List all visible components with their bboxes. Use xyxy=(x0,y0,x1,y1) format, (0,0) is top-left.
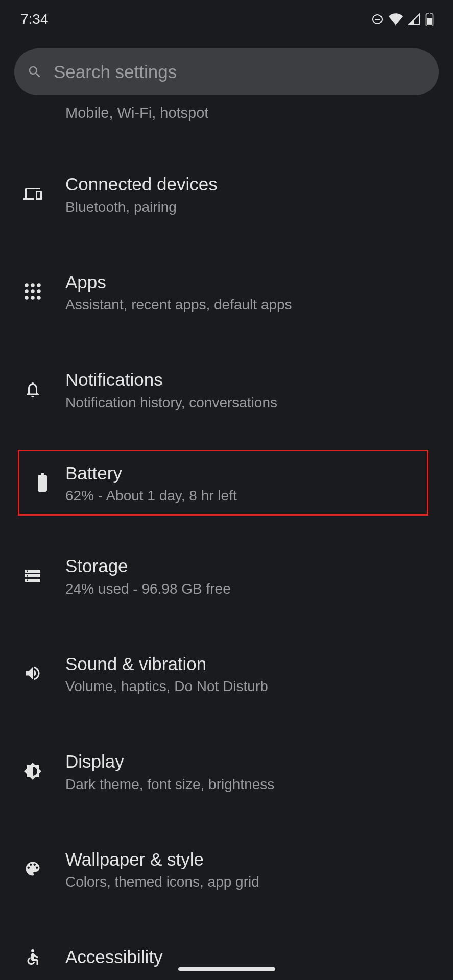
icon-wrap xyxy=(0,948,65,966)
accessibility-icon xyxy=(23,948,42,966)
svg-point-10 xyxy=(31,949,34,952)
settings-list: Connected devices Bluetooth, pairing App… xyxy=(0,156,453,980)
status-time: 7:34 xyxy=(20,11,49,28)
item-text: Accessibility xyxy=(65,945,163,969)
battery-icon xyxy=(33,473,52,492)
item-title: Connected devices xyxy=(65,173,218,196)
item-text: Sound & vibration Volume, haptics, Do No… xyxy=(65,652,268,695)
item-title: Accessibility xyxy=(65,945,163,969)
item-title: Storage xyxy=(65,554,231,578)
item-text: Connected devices Bluetooth, pairing xyxy=(65,173,218,215)
partial-item-subtitle: Mobile, Wi-Fi, hotspot xyxy=(65,105,453,121)
svg-point-7 xyxy=(25,296,29,300)
settings-item-accessibility[interactable]: Accessibility xyxy=(0,929,453,980)
item-title: Wallpaper & style xyxy=(65,848,259,871)
svg-point-1 xyxy=(25,284,29,288)
status-icons xyxy=(371,13,434,26)
svg-point-2 xyxy=(31,284,35,288)
storage-icon xyxy=(23,567,42,585)
settings-item-connected-devices[interactable]: Connected devices Bluetooth, pairing xyxy=(0,156,453,232)
svg-point-5 xyxy=(31,290,35,294)
svg-rect-0 xyxy=(427,18,432,24)
settings-item-notifications[interactable]: Notifications Notification history, conv… xyxy=(0,352,453,427)
icon-wrap xyxy=(0,380,65,399)
search-placeholder: Search settings xyxy=(54,62,177,82)
battery-status-icon xyxy=(425,13,434,26)
status-bar: 7:34 xyxy=(0,0,453,38)
item-subtitle: Volume, haptics, Do Not Disturb xyxy=(65,678,268,695)
search-bar[interactable]: Search settings xyxy=(14,48,439,95)
item-subtitle: 62% - About 1 day, 8 hr left xyxy=(65,487,237,504)
item-text: Apps Assistant, recent apps, default app… xyxy=(65,271,292,313)
brightness-icon xyxy=(23,762,42,780)
item-subtitle: 24% used - 96.98 GB free xyxy=(65,581,231,597)
item-subtitle: Notification history, conversations xyxy=(65,395,277,411)
svg-point-6 xyxy=(37,290,41,294)
icon-wrap xyxy=(0,185,65,203)
item-title: Display xyxy=(65,750,274,773)
item-title: Apps xyxy=(65,271,292,294)
item-title: Battery xyxy=(65,461,237,485)
item-text: Display Dark theme, font size, brightnes… xyxy=(65,750,274,793)
search-icon xyxy=(27,64,42,80)
item-subtitle: Assistant, recent apps, default apps xyxy=(65,297,292,313)
item-title: Notifications xyxy=(65,368,277,391)
svg-point-8 xyxy=(31,296,35,300)
apps-icon xyxy=(23,282,42,301)
icon-wrap xyxy=(0,762,65,780)
item-text: Storage 24% used - 96.98 GB free xyxy=(65,554,231,597)
icon-wrap xyxy=(0,664,65,682)
settings-item-storage[interactable]: Storage 24% used - 96.98 GB free xyxy=(0,538,453,614)
icon-wrap xyxy=(0,567,65,585)
item-subtitle: Colors, themed icons, app grid xyxy=(65,874,259,890)
signal-icon xyxy=(408,13,420,26)
bell-icon xyxy=(23,380,42,399)
icon-wrap xyxy=(19,473,65,492)
item-subtitle: Bluetooth, pairing xyxy=(65,199,218,215)
nav-indicator[interactable] xyxy=(178,967,275,971)
item-text: Wallpaper & style Colors, themed icons, … xyxy=(65,848,259,891)
settings-item-apps[interactable]: Apps Assistant, recent apps, default app… xyxy=(0,254,453,330)
settings-item-display[interactable]: Display Dark theme, font size, brightnes… xyxy=(0,733,453,809)
devices-icon xyxy=(23,185,42,203)
item-text: Notifications Notification history, conv… xyxy=(65,368,277,411)
palette-icon xyxy=(23,860,42,878)
settings-item-sound[interactable]: Sound & vibration Volume, haptics, Do No… xyxy=(0,636,453,712)
item-text: Battery 62% - About 1 day, 8 hr left xyxy=(65,461,237,504)
dnd-icon xyxy=(371,13,384,26)
sound-icon xyxy=(23,664,42,682)
settings-item-battery[interactable]: Battery 62% - About 1 day, 8 hr left xyxy=(18,450,428,516)
icon-wrap xyxy=(0,282,65,301)
settings-item-wallpaper[interactable]: Wallpaper & style Colors, themed icons, … xyxy=(0,831,453,907)
svg-point-9 xyxy=(37,296,41,300)
item-title: Sound & vibration xyxy=(65,652,268,676)
svg-point-3 xyxy=(37,284,41,288)
wifi-icon xyxy=(389,13,403,26)
svg-point-4 xyxy=(25,290,29,294)
item-subtitle: Dark theme, font size, brightness xyxy=(65,776,274,793)
icon-wrap xyxy=(0,860,65,878)
